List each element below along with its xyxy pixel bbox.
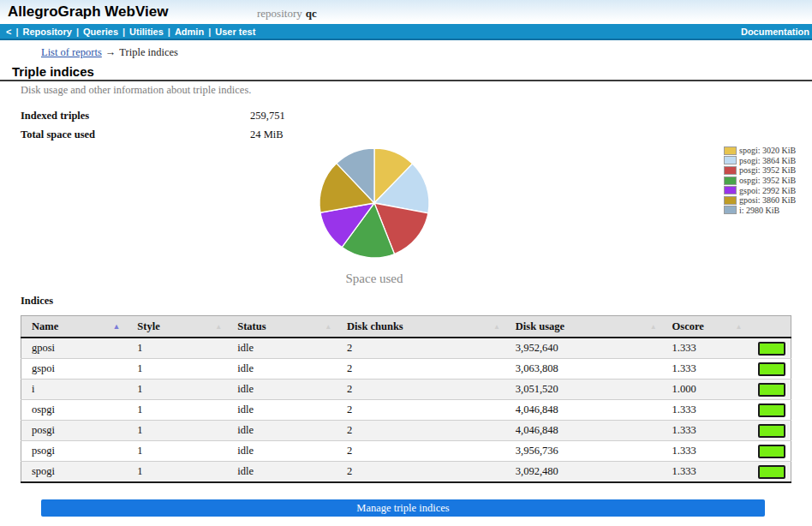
stat-value-total-space: 24 MiB: [250, 129, 284, 141]
legend-swatch-spogi: [724, 146, 737, 155]
legend-swatch-gposi: [724, 196, 737, 205]
legend-label: psogi: 3864 KiB: [739, 156, 796, 165]
cell-score-bar: [747, 421, 791, 441]
cell-status: idle: [227, 359, 337, 380]
nav-item-queries[interactable]: Queries: [79, 27, 122, 37]
cell-score-bar: [747, 338, 791, 359]
column-header-oscore[interactable]: Oscore▲: [662, 316, 748, 338]
cell-disk_chunks: 2: [337, 338, 505, 359]
table-row-posgi: posgi1idle24,046,8481.333: [21, 421, 791, 441]
column-header-name[interactable]: Name▲: [21, 316, 128, 338]
cell-disk_chunks: 2: [337, 462, 505, 483]
score-bar-indicator: [758, 342, 785, 356]
cell-score-bar: [747, 380, 791, 400]
legend-label: gspoi: 2992 KiB: [739, 186, 796, 195]
breadcrumb-arrow: →: [105, 46, 116, 58]
stat-value-indexed-triples: 259,751: [250, 110, 285, 123]
score-bar-indicator: [758, 403, 785, 417]
cell-disk_chunks: 2: [337, 400, 505, 421]
cell-status: idle: [227, 380, 337, 400]
cell-name: posgi: [21, 421, 128, 441]
cell-score-bar: [747, 462, 791, 483]
sort-inactive-icon: ▲: [493, 323, 500, 331]
cell-style: 1: [127, 400, 227, 421]
stat-label-total-space: Total space used: [21, 129, 95, 141]
legend-item-psogi: psogi: 3864 KiB: [724, 156, 796, 166]
cell-status: idle: [227, 441, 337, 462]
cell-style: 1: [127, 441, 227, 462]
back-chevron-icon[interactable]: <: [2, 27, 15, 37]
top-header: AllegroGraph WebView repositoryqc: [0, 0, 812, 24]
table-row-i: i1idle23,051,5201.000: [21, 380, 791, 400]
sort-ascending-icon: ▲: [112, 322, 120, 331]
cell-disk_usage: 4,046,848: [505, 400, 662, 421]
nav-item-utilities[interactable]: Utilities: [125, 27, 168, 37]
table-row-gspoi: gspoi1idle23,063,8081.333: [21, 359, 791, 380]
table-row-ospgi: ospgi1idle24,046,8481.333: [21, 400, 791, 421]
title-divider: [0, 80, 812, 81]
legend-item-gposi: gposi: 3860 KiB: [724, 195, 796, 206]
nav-item-documentation[interactable]: Documentation: [737, 27, 812, 37]
legend-swatch-ospgi: [724, 176, 737, 185]
breadcrumb-link-list-of-reports[interactable]: List of reports: [41, 46, 102, 58]
cell-disk_usage: 3,956,736: [505, 441, 662, 462]
score-bar-indicator: [758, 445, 785, 458]
legend-swatch-gspoi: [724, 186, 737, 194]
column-header-disk-usage[interactable]: Disk usage▲: [505, 316, 662, 338]
repository-indicator: repositoryqc: [257, 7, 317, 21]
score-bar-indicator: [758, 383, 785, 397]
cell-score-bar: [747, 359, 791, 380]
legend-swatch-i: [724, 206, 737, 214]
sort-inactive-icon: ▲: [215, 323, 222, 331]
legend-item-ospgi: ospgi: 3952 KiB: [724, 176, 796, 186]
score-bar-indicator: [758, 465, 785, 479]
legend-label: posgi: 3952 KiB: [739, 165, 796, 175]
nav-item-admin[interactable]: Admin: [170, 27, 208, 37]
repository-name: qc: [306, 7, 317, 20]
cell-score-bar: [747, 441, 791, 462]
cell-name: psogi: [21, 441, 128, 462]
nav-item-repository[interactable]: Repository: [19, 27, 76, 37]
cell-disk_chunks: 2: [337, 380, 505, 400]
cell-status: idle: [227, 421, 337, 441]
stat-label-indexed-triples: Indexed triples: [21, 110, 89, 123]
column-header-status[interactable]: Status▲: [227, 316, 337, 338]
breadcrumb: List of reports→Triple indices: [41, 46, 178, 59]
cell-style: 1: [127, 462, 227, 483]
cell-disk_usage: 3,952,640: [505, 338, 662, 359]
cell-name: gposi: [21, 338, 128, 359]
cell-name: i: [21, 380, 128, 400]
legend-label: i: 2980 KiB: [739, 206, 779, 215]
pie-chart-svg: [310, 139, 439, 267]
legend-label: ospgi: 3952 KiB: [739, 176, 796, 185]
column-header-style[interactable]: Style▲: [127, 316, 227, 338]
repository-label: repository: [257, 7, 302, 20]
legend-label: spogi: 3020 KiB: [739, 146, 796, 155]
cell-disk_usage: 4,046,848: [505, 421, 662, 441]
score-bar-indicator: [758, 362, 785, 376]
legend-item-gspoi: gspoi: 2992 KiB: [724, 185, 796, 195]
cell-disk_usage: 3,063,808: [505, 359, 662, 380]
chart-title: Space used: [289, 272, 460, 286]
chart-legend: spogi: 3020 KiBpsogi: 3864 KiBposgi: 395…: [724, 146, 796, 215]
cell-style: 1: [127, 380, 227, 400]
cell-disk_usage: 3,092,480: [505, 462, 662, 483]
cell-oscore: 1.333: [662, 359, 748, 380]
cell-style: 1: [127, 421, 227, 441]
sort-inactive-icon: ▲: [650, 323, 657, 331]
legend-item-posgi: posgi: 3952 KiB: [724, 165, 796, 176]
legend-item-i: i: 2980 KiB: [724, 206, 796, 216]
app-title: AllegroGraph WebView: [8, 3, 168, 21]
legend-swatch-psogi: [724, 156, 737, 164]
manage-triple-indices-button[interactable]: Manage triple indices: [41, 499, 765, 517]
table-row-gposi: gposi1idle23,952,6401.333: [21, 338, 791, 359]
nav-items: |Repository|Queries|Utilities|Admin|User…: [15, 27, 260, 37]
cell-status: idle: [227, 338, 337, 359]
column-header-disk-chunks[interactable]: Disk chunks▲: [337, 316, 505, 338]
cell-disk_chunks: 2: [337, 441, 505, 462]
cell-disk_chunks: 2: [337, 359, 505, 380]
cell-style: 1: [127, 338, 227, 359]
cell-score-bar: [747, 400, 791, 421]
nav-item-user-test[interactable]: User test: [211, 27, 260, 37]
cell-status: idle: [227, 462, 337, 483]
